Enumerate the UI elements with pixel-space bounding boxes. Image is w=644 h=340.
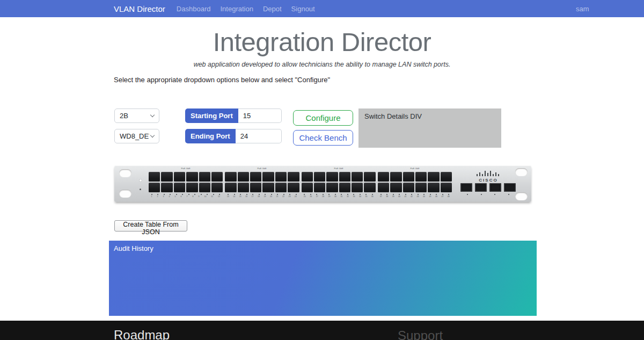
- rj45-port: [174, 183, 185, 192]
- rj45-port: [225, 183, 236, 192]
- rj45-port: [238, 183, 249, 192]
- reset-pinhole: [140, 189, 141, 190]
- cisco-bars-icon: [477, 171, 500, 176]
- audit-history-panel: Audit History: [109, 241, 537, 316]
- sfp-port: [475, 183, 487, 192]
- device-select[interactable]: WD8_DEV: [114, 129, 159, 143]
- ending-port-group: Ending Port: [185, 129, 282, 143]
- port-bank-label: PoE GbE: [160, 168, 211, 170]
- mount-hole: [119, 190, 131, 198]
- starting-port-group: Starting Port: [185, 108, 282, 123]
- sfp-port: [489, 183, 501, 192]
- rj45-port: [339, 172, 350, 182]
- create-table-button[interactable]: Create Table From JSON: [114, 220, 187, 232]
- switch-details-panel: Switch Details DIV: [358, 108, 501, 148]
- rj45-port: [149, 172, 160, 182]
- navbar: VLAN Director Dashboard Integration Depo…: [0, 0, 644, 17]
- page-title: Integration Director: [0, 27, 644, 57]
- rj45-port: [428, 172, 439, 182]
- port-bank-label: PoE GbE: [313, 168, 364, 170]
- rj45-port: [238, 172, 249, 182]
- nav-item-depot[interactable]: Depot: [258, 5, 287, 13]
- rj45-port: [225, 172, 236, 182]
- page-subtitle: web application developed to allow techn…: [0, 61, 644, 68]
- rj45-port: [161, 183, 172, 192]
- rj45-port: [352, 183, 363, 192]
- nav-item-integration[interactable]: Integration: [215, 5, 258, 13]
- status-led: [140, 179, 142, 182]
- rj45-port: [186, 172, 197, 182]
- switch-image: PoE GbE123456789101112PoE GbE13141516171…: [114, 165, 531, 202]
- mount-hole: [119, 169, 131, 177]
- rj45-port: [364, 172, 375, 182]
- brand-link[interactable]: VLAN Director: [114, 4, 165, 13]
- rj45-port: [403, 183, 414, 192]
- rj45-port: [262, 172, 274, 182]
- rj45-port: [314, 183, 325, 192]
- rj45-port: [364, 183, 375, 192]
- cisco-wordmark: CISCO: [464, 178, 513, 182]
- rj45-port: [174, 172, 185, 182]
- rj45-port: [161, 172, 172, 182]
- ending-port-input[interactable]: [236, 129, 282, 143]
- port-bank-label: PoE GbE: [237, 168, 287, 170]
- rj45-port: [302, 172, 313, 182]
- rj45-port: [250, 183, 261, 192]
- rj45-port: [403, 172, 414, 182]
- rj45-port: [415, 183, 427, 192]
- rj45-port: [390, 183, 401, 192]
- nav-user[interactable]: sam: [576, 0, 589, 17]
- rj45-port: [262, 183, 274, 192]
- device-select-wrapper: WD8_DEV: [114, 129, 159, 143]
- switch-select[interactable]: 2B: [114, 108, 159, 123]
- instruction-text: Select the appropriate dropdown options …: [114, 76, 330, 84]
- audit-history-title: Audit History: [109, 241, 537, 256]
- nav-item-signout[interactable]: Signout: [287, 5, 320, 13]
- rj45-port: [211, 183, 223, 192]
- rj45-port: [441, 183, 452, 192]
- rj45-port: [211, 172, 223, 182]
- nav-item-dashboard[interactable]: Dashboard: [172, 5, 216, 13]
- configure-button[interactable]: Configure: [293, 110, 353, 126]
- rj45-port: [378, 172, 389, 182]
- rj45-port: [326, 183, 338, 192]
- rj45-port: [441, 172, 452, 182]
- rj45-port: [149, 183, 160, 192]
- mount-hole: [515, 192, 528, 200]
- rj45-port: [378, 183, 389, 192]
- port-bank: PoE GbE123456789101112: [149, 168, 223, 200]
- rj45-port: [339, 183, 350, 192]
- port-bank: PoE GbE373839404142434445464748: [378, 168, 452, 200]
- check-bench-button[interactable]: Check Bench: [293, 130, 353, 146]
- port-bank: PoE GbE252627282930313233343536: [302, 168, 376, 200]
- rj45-port: [314, 172, 325, 182]
- nav-links: Dashboard Integration Depot Signout: [172, 5, 320, 13]
- footer-support-heading: Support: [398, 328, 443, 340]
- rj45-port: [250, 172, 261, 182]
- sfp-port: [504, 183, 516, 192]
- sfp-leds: [460, 194, 516, 195]
- starting-port-input[interactable]: [238, 108, 282, 123]
- rj45-port: [199, 172, 210, 182]
- port-bank: PoE GbE131415161718192021222324: [225, 168, 299, 200]
- footer-roadmap-heading: Roadmap: [114, 328, 170, 340]
- rj45-port: [288, 172, 299, 182]
- sfp-port: [460, 183, 472, 192]
- rj45-port: [288, 183, 299, 192]
- footer: Roadmap Support: [0, 321, 644, 340]
- sfp-ports: [460, 183, 516, 192]
- port-bank-label: PoE GbE: [390, 168, 440, 170]
- rj45-port: [302, 183, 313, 192]
- mount-hole: [515, 168, 528, 176]
- rj45-port: [390, 172, 401, 182]
- rj45-port: [415, 172, 427, 182]
- starting-port-label: Starting Port: [185, 108, 238, 123]
- rj45-port: [275, 172, 287, 182]
- rj45-port: [326, 172, 338, 182]
- rj45-port: [199, 183, 210, 192]
- rj45-port: [186, 183, 197, 192]
- ending-port-label: Ending Port: [185, 129, 236, 143]
- rj45-port: [275, 183, 287, 192]
- switch-port-banks: PoE GbE123456789101112PoE GbE13141516171…: [149, 168, 452, 200]
- rj45-port: [352, 172, 363, 182]
